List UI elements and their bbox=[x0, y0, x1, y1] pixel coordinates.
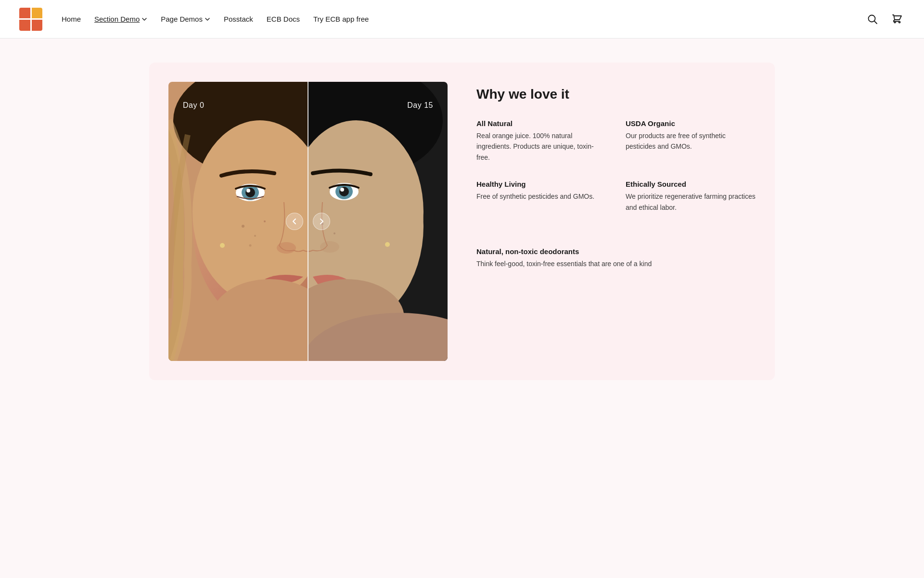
feature-all-natural-desc: Real orange juice. 100% natural ingredie… bbox=[476, 130, 606, 163]
next-arrow-button[interactable] bbox=[313, 213, 330, 230]
svg-point-10 bbox=[192, 120, 327, 303]
feature-natural-deodorants-title: Natural, non-toxic deodorants bbox=[476, 247, 756, 256]
feature-healthy-living: Healthy Living Free of synthetic pestici… bbox=[476, 180, 606, 213]
slider-arrows bbox=[286, 213, 330, 230]
feature-usda-organic: USDA Organic Our products are free of sy… bbox=[626, 119, 756, 163]
info-section: Why we love it All Natural Real orange j… bbox=[476, 82, 756, 269]
feature-healthy-living-title: Healthy Living bbox=[476, 180, 606, 188]
features-grid: All Natural Real orange juice. 100% natu… bbox=[476, 119, 756, 269]
chevron-left-icon bbox=[291, 218, 298, 225]
feature-natural-deodorants: Natural, non-toxic deodorants Think feel… bbox=[476, 247, 756, 269]
cart-button[interactable] bbox=[889, 12, 905, 27]
logo[interactable] bbox=[19, 8, 42, 31]
svg-point-15 bbox=[246, 189, 250, 193]
nav-left: Home Section Demo Page Demos Posstack EC… bbox=[19, 8, 369, 31]
chevron-down-icon bbox=[141, 16, 147, 22]
svg-point-28 bbox=[264, 220, 266, 222]
before-after-image: Day 0 Day 15 bbox=[168, 82, 448, 361]
feature-ethically-sourced: Ethically Sourced We prioritize regenera… bbox=[626, 180, 756, 213]
day-0-label: Day 0 bbox=[183, 101, 204, 110]
svg-point-31 bbox=[334, 232, 335, 234]
day-15-label: Day 15 bbox=[407, 101, 433, 110]
nav-section-demo[interactable]: Section Demo bbox=[94, 15, 147, 23]
svg-point-26 bbox=[242, 225, 244, 228]
before-after-container: Day 0 Day 15 bbox=[168, 82, 448, 361]
svg-point-27 bbox=[254, 235, 256, 237]
feature-all-natural: All Natural Real orange juice. 100% natu… bbox=[476, 119, 606, 163]
nav-posstack[interactable]: Posstack bbox=[224, 15, 253, 23]
nav-ecb-docs[interactable]: ECB Docs bbox=[267, 15, 300, 23]
chevron-right-icon bbox=[318, 218, 325, 225]
feature-usda-organic-title: USDA Organic bbox=[626, 119, 756, 128]
main-nav: Home Section Demo Page Demos Posstack EC… bbox=[62, 15, 369, 23]
svg-point-11 bbox=[289, 120, 424, 303]
feature-healthy-living-desc: Free of synthetic pesticides and GMOs. bbox=[476, 191, 606, 202]
search-icon bbox=[867, 14, 878, 25]
feature-usda-organic-desc: Our products are free of synthetic pesti… bbox=[626, 130, 756, 152]
svg-point-29 bbox=[249, 244, 252, 247]
prev-arrow-button[interactable] bbox=[286, 213, 303, 230]
nav-right bbox=[865, 12, 905, 27]
feature-all-natural-title: All Natural bbox=[476, 119, 606, 128]
nav-try-ecb[interactable]: Try ECB app free bbox=[313, 15, 369, 23]
feature-ethically-sourced-title: Ethically Sourced bbox=[626, 180, 756, 188]
svg-line-1 bbox=[874, 21, 877, 24]
svg-point-20 bbox=[277, 242, 296, 254]
content-card: Day 0 Day 15 bbox=[149, 63, 775, 380]
feature-natural-deodorants-desc: Think feel-good, toxin-free essentials t… bbox=[476, 258, 756, 269]
site-header: Home Section Demo Page Demos Posstack EC… bbox=[0, 0, 924, 39]
main-content: Day 0 Day 15 bbox=[0, 39, 924, 578]
nav-page-demos[interactable]: Page Demos bbox=[161, 15, 210, 23]
svg-point-21 bbox=[320, 241, 339, 253]
svg-point-19 bbox=[340, 188, 344, 192]
feature-ethically-sourced-desc: We prioritize regenerative farming pract… bbox=[626, 191, 756, 213]
why-title: Why we love it bbox=[476, 87, 756, 102]
svg-point-14 bbox=[245, 188, 255, 197]
svg-point-18 bbox=[339, 187, 349, 196]
svg-point-32 bbox=[220, 243, 225, 248]
svg-point-33 bbox=[385, 242, 390, 247]
nav-home[interactable]: Home bbox=[62, 15, 81, 23]
chevron-down-icon bbox=[205, 16, 210, 22]
cart-icon bbox=[891, 13, 903, 25]
search-button[interactable] bbox=[865, 12, 880, 26]
